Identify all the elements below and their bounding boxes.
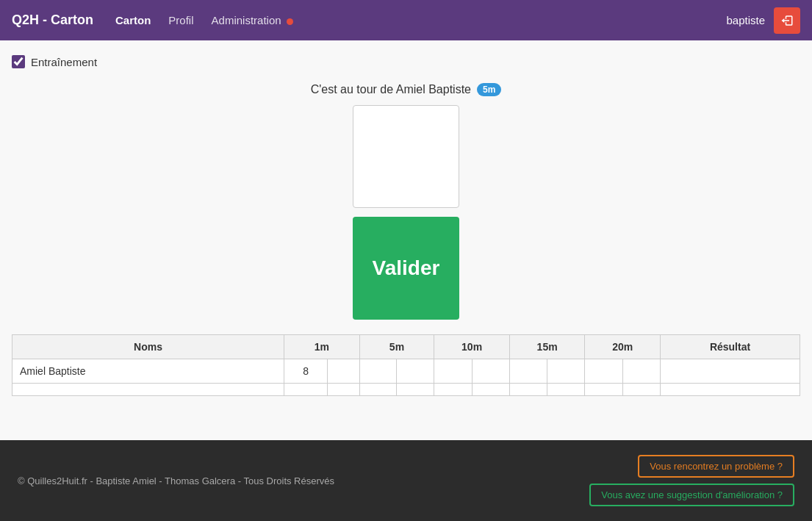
navbar-right: baptiste xyxy=(726,7,800,34)
cell-20m-a xyxy=(585,359,622,384)
score-input[interactable] xyxy=(353,105,459,208)
training-label[interactable]: Entraînement xyxy=(31,56,97,68)
main-content: Entraînement C'est au tour de Amiel Bapt… xyxy=(0,40,812,440)
cell-20m-b xyxy=(622,359,660,384)
validate-button[interactable]: Valider xyxy=(353,217,459,320)
col-header-20m: 20m xyxy=(585,335,661,359)
cell-result xyxy=(661,359,800,384)
turn-indicator: C'est au tour de Amiel Baptiste 5m xyxy=(311,83,502,96)
username-label: baptiste xyxy=(726,14,765,26)
nav-carton[interactable]: Carton xyxy=(108,10,158,31)
logout-icon xyxy=(780,14,794,27)
col-header-result: Résultat xyxy=(661,335,800,359)
score-table: Noms 1m 5m 10m 15m 20m Résultat Amiel Ba… xyxy=(12,334,800,396)
cell-15m-b xyxy=(547,359,585,384)
report-problem-button[interactable]: Vous rencontrez un problème ? xyxy=(638,455,794,478)
col-header-10m: 10m xyxy=(434,335,510,359)
nav-profil[interactable]: Profil xyxy=(161,10,201,31)
col-header-nom: Noms xyxy=(12,335,284,359)
table-row: Amiel Baptiste 8 xyxy=(12,359,800,384)
nav-links: Carton Profil Administration xyxy=(108,10,726,31)
turn-section: C'est au tour de Amiel Baptiste 5m Valid… xyxy=(12,83,800,320)
table-header-row: Noms 1m 5m 10m 15m 20m Résultat xyxy=(12,335,800,359)
suggest-improvement-button[interactable]: Vous avez une suggestion d'amélioration … xyxy=(589,484,794,506)
col-header-15m: 15m xyxy=(509,335,585,359)
cell-10m-b xyxy=(472,359,509,384)
navbar: Q2H - Carton Carton Profil Administratio… xyxy=(0,0,812,40)
training-checkbox[interactable] xyxy=(12,55,25,68)
cell-1m-b xyxy=(328,359,359,384)
logout-button[interactable] xyxy=(774,7,800,34)
admin-status-dot xyxy=(287,18,293,25)
app-brand: Q2H - Carton xyxy=(12,12,93,28)
table-row-empty xyxy=(12,384,800,396)
turn-badge: 5m xyxy=(477,83,501,96)
cell-5m-b xyxy=(397,359,434,384)
footer: © Quilles2Huit.fr - Baptiste Amiel - Tho… xyxy=(0,440,812,521)
col-header-5m: 5m xyxy=(359,335,434,359)
cell-5m-a xyxy=(359,359,397,384)
cell-10m-a xyxy=(434,359,472,384)
cell-1m-a: 8 xyxy=(284,359,328,384)
cell-15m-a xyxy=(509,359,547,384)
nav-administration[interactable]: Administration xyxy=(204,10,301,31)
footer-buttons: Vous rencontrez un problème ? Vous avez … xyxy=(589,455,794,506)
footer-copyright: © Quilles2Huit.fr - Baptiste Amiel - Tho… xyxy=(18,475,334,486)
cell-nom: Amiel Baptiste xyxy=(12,359,284,384)
col-header-1m: 1m xyxy=(284,335,360,359)
training-section: Entraînement xyxy=(12,55,800,68)
